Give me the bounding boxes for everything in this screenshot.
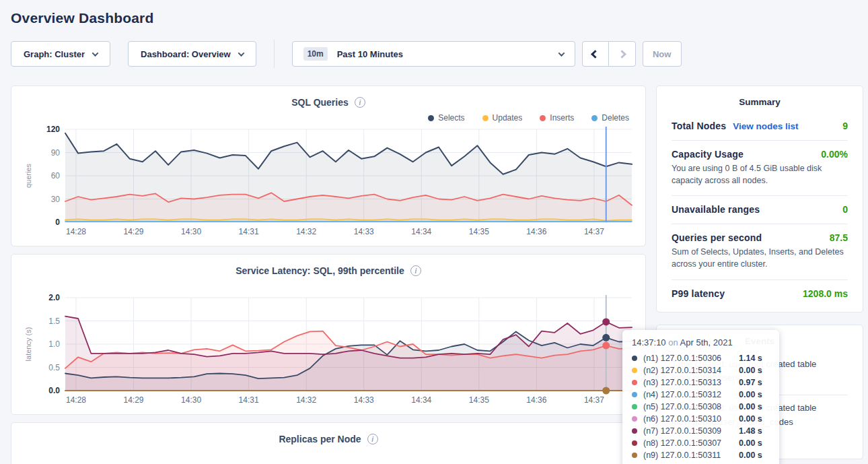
- chevron-right-icon: [618, 50, 626, 59]
- svg-text:60: 60: [51, 171, 61, 180]
- series-dot: [482, 115, 489, 121]
- series-dot: [632, 440, 637, 446]
- sql-queries-panel: SQL Queries i Selects Updates Inserts De…: [11, 86, 646, 246]
- tooltip-row-n9: (n9) 127.0.0.1:503110.00 s: [632, 449, 770, 461]
- series-dot: [632, 404, 637, 409]
- svg-text:14:36: 14:36: [526, 227, 546, 236]
- svg-text:14:33: 14:33: [354, 227, 374, 236]
- tooltip-row-n8: (n8) 127.0.0.1:503070.00 s: [632, 437, 770, 449]
- svg-text:30: 30: [51, 195, 61, 204]
- legend-item-selects: Selects: [428, 113, 464, 123]
- series-dot: [591, 115, 598, 121]
- tooltip-timestamp: 14:37:10 on Apr 5th, 2021: [632, 337, 770, 347]
- svg-text:1.0: 1.0: [48, 339, 60, 349]
- series-dot: [632, 428, 637, 434]
- summary-label: Unavailable ranges: [672, 204, 760, 215]
- sql-queries-chart[interactable]: 030609012014:2814:2914:3014:3114:3214:33…: [22, 125, 636, 238]
- svg-text:14:28: 14:28: [66, 395, 86, 405]
- overview-dashboard-page: Overview Dashboard Graph: Cluster Dashbo…: [0, 10, 868, 464]
- series-dot: [540, 115, 546, 121]
- chevron-down-icon: [238, 50, 244, 57]
- svg-text:14:34: 14:34: [411, 395, 431, 405]
- series-dot: [632, 380, 637, 385]
- series-dot: [428, 115, 434, 121]
- time-range-badge: 10m: [303, 47, 328, 61]
- now-button[interactable]: Now: [643, 41, 682, 67]
- series-dot: [632, 356, 637, 361]
- svg-text:1.5: 1.5: [48, 317, 60, 326]
- svg-text:14:31: 14:31: [239, 395, 259, 405]
- svg-text:14:29: 14:29: [124, 395, 144, 405]
- chart-title: SQL Queries: [291, 97, 349, 108]
- time-range-label: Past 10 Minutes: [337, 49, 559, 59]
- tooltip-row-n2: (n2) 127.0.0.1:503140.00 s: [632, 364, 770, 376]
- page-title: Overview Dashboard: [11, 10, 868, 26]
- tooltip-row-n3: (n3) 127.0.0.1:503130.97 s: [632, 376, 770, 389]
- service-latency-title-row: Service Latency: SQL, 99th percentile i: [22, 264, 635, 277]
- time-step-buttons: [582, 41, 636, 67]
- legend-item-updates: Updates: [482, 113, 523, 123]
- summary-value: 87.5: [830, 232, 848, 243]
- legend-spacer: [22, 277, 635, 294]
- svg-text:14:37: 14:37: [584, 395, 604, 405]
- summary-label: Capacity Usage: [672, 149, 744, 160]
- svg-text:14:37: 14:37: [584, 227, 604, 236]
- chart-title: Replicas per Node: [279, 434, 361, 444]
- svg-text:0.0: 0.0: [48, 386, 60, 395]
- summary-row-unavailable-ranges: Unavailable ranges 0: [672, 196, 848, 224]
- tooltip-row-n1: (n1) 127.0.0.1:503061.14 s: [632, 352, 770, 364]
- info-icon[interactable]: i: [367, 434, 378, 444]
- summary-value: 9: [842, 121, 848, 131]
- info-icon[interactable]: i: [410, 265, 421, 276]
- summary-value: 1208.0 ms: [803, 288, 848, 299]
- series-dot: [632, 392, 637, 397]
- summary-row-total-nodes: Total Nodes View nodes list 9: [672, 112, 848, 141]
- time-next-button[interactable]: [608, 42, 635, 66]
- toolbar: Graph: Cluster Dashboard: Overview 10m P…: [11, 40, 857, 67]
- summary-row-queries-per-second: Queries per second 87.5 Sum of Selects, …: [672, 224, 848, 279]
- graph-dropdown-label: Graph: Cluster: [24, 49, 85, 59]
- chevron-down-icon: [558, 50, 565, 57]
- svg-text:14:35: 14:35: [469, 395, 489, 405]
- summary-subtext: You are using 0 B of 4.5 GiB usable disk…: [672, 162, 848, 187]
- summary-title: Summary: [672, 97, 848, 107]
- svg-text:120: 120: [46, 125, 60, 134]
- time-range-picker[interactable]: 10m Past 10 Minutes: [292, 41, 575, 67]
- chart-legend: Selects Updates Inserts Deletes: [22, 112, 629, 124]
- chart-hover-tooltip: 14:37:10 on Apr 5th, 2021 (n1) 127.0.0.1…: [622, 330, 779, 464]
- svg-text:14:35: 14:35: [469, 227, 489, 236]
- replicas-title-row: Replicas per Node i: [22, 432, 635, 446]
- chevron-left-icon: [591, 50, 600, 59]
- svg-text:14:30: 14:30: [181, 395, 201, 405]
- replicas-per-node-panel: Replicas per Node i: [11, 422, 646, 464]
- tooltip-row-n7: (n7) 127.0.0.1:503091.48 s: [632, 425, 770, 437]
- view-nodes-list-link[interactable]: View nodes list: [733, 121, 798, 131]
- svg-text:14:32: 14:32: [296, 227, 316, 236]
- graph-dropdown[interactable]: Graph: Cluster: [11, 41, 110, 67]
- svg-text:14:32: 14:32: [296, 395, 316, 405]
- series-dot: [632, 416, 637, 422]
- svg-text:queries: queries: [24, 163, 32, 188]
- svg-text:14:28: 14:28: [66, 227, 86, 236]
- svg-text:14:36: 14:36: [526, 395, 546, 405]
- legend-item-deletes: Deletes: [591, 113, 629, 123]
- summary-label: Total Nodes: [672, 121, 726, 131]
- svg-text:2.0: 2.0: [48, 294, 60, 302]
- info-icon[interactable]: i: [355, 97, 365, 108]
- dashboard-dropdown[interactable]: Dashboard: Overview: [128, 41, 256, 67]
- series-dot: [632, 453, 637, 458]
- service-latency-panel: Service Latency: SQL, 99th percentile i …: [11, 254, 646, 415]
- svg-text:0.5: 0.5: [48, 363, 60, 372]
- service-latency-chart[interactable]: 0.00.51.01.52.014:2814:2914:3014:3114:32…: [22, 294, 636, 407]
- tooltip-row-n4: (n4) 127.0.0.1:503120.00 s: [632, 389, 770, 401]
- svg-text:14:34: 14:34: [411, 227, 431, 236]
- summary-row-capacity-usage: Capacity Usage 0.00% You are using 0 B o…: [672, 141, 848, 196]
- series-dot: [632, 368, 637, 373]
- time-prev-button[interactable]: [583, 42, 609, 66]
- chevron-down-icon: [92, 50, 99, 57]
- tooltip-row-n5: (n5) 127.0.0.1:503080.00 s: [632, 401, 770, 413]
- svg-text:latency (s): latency (s): [24, 327, 32, 362]
- summary-value: 0: [842, 204, 848, 215]
- summary-subtext: Sum of Selects, Updates, Inserts, and De…: [672, 246, 848, 270]
- toolbar-divider: [274, 40, 275, 68]
